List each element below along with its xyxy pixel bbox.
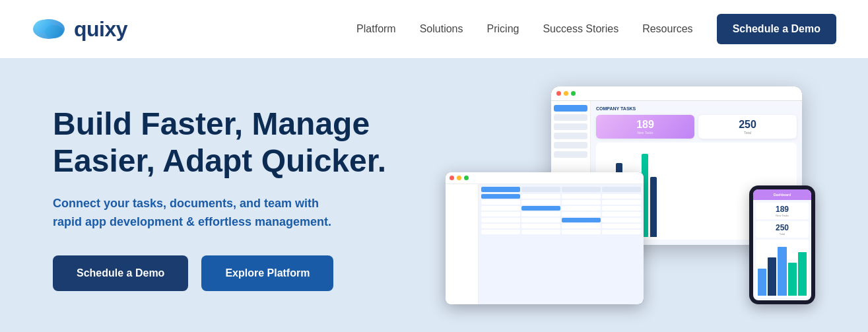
table-row-6 bbox=[481, 224, 641, 228]
cell-1-4 bbox=[602, 194, 641, 199]
tablet-mockup bbox=[446, 172, 644, 304]
sidebar-mock-item-6 bbox=[554, 151, 587, 158]
cell-1-1 bbox=[481, 194, 520, 199]
stat-2-number: 250 bbox=[739, 119, 756, 131]
bar-7 bbox=[650, 177, 657, 236]
svg-point-2 bbox=[45, 25, 63, 38]
dot-red bbox=[556, 91, 561, 96]
col-header-2 bbox=[521, 187, 560, 192]
tablet-topbar bbox=[446, 172, 644, 184]
logo-text: quixy bbox=[74, 17, 127, 42]
hero-visual: COMPANY TASKS 189 New Tasks 250 Total bbox=[446, 86, 815, 311]
table-row-3 bbox=[481, 206, 641, 211]
table-header bbox=[481, 187, 641, 192]
sidebar-mock-item-4 bbox=[554, 133, 587, 139]
stat-1-label: New Tasks bbox=[637, 131, 653, 135]
col-header-4 bbox=[602, 187, 641, 192]
cell-7-3 bbox=[562, 230, 601, 234]
cell-6-1 bbox=[481, 224, 520, 228]
cell-2-2 bbox=[521, 200, 560, 205]
phone-mockup: Dashboard 189 New Tasks 250 Total bbox=[749, 185, 815, 304]
phone-bar-2 bbox=[768, 257, 776, 295]
nav-success-stories[interactable]: Success Stories bbox=[543, 23, 618, 35]
cell-2-1 bbox=[481, 200, 520, 205]
cell-5-3 bbox=[562, 218, 601, 222]
stat-1-number: 189 bbox=[636, 119, 654, 131]
table-row-5 bbox=[481, 218, 641, 222]
nav-pricing[interactable]: Pricing bbox=[487, 23, 519, 35]
cell-6-4 bbox=[602, 224, 641, 228]
nav-resources[interactable]: Resources bbox=[642, 23, 692, 35]
tablet-dot-red bbox=[450, 176, 454, 180]
cell-3-3 bbox=[562, 206, 601, 211]
cell-3-2 bbox=[521, 206, 560, 211]
table-row-2 bbox=[481, 200, 641, 205]
navbar: quixy Platform Solutions Pricing Success… bbox=[0, 0, 868, 58]
dot-green bbox=[571, 91, 576, 96]
cell-7-4 bbox=[602, 230, 641, 234]
cell-1-2 bbox=[521, 194, 560, 199]
phone-stat-2-number: 250 bbox=[758, 223, 807, 232]
hero-explore-platform-button[interactable]: Explore Platform bbox=[201, 255, 333, 291]
tablet-content bbox=[479, 184, 644, 304]
phone-screen: Dashboard 189 New Tasks 250 Total bbox=[753, 189, 811, 300]
cell-2-3 bbox=[562, 200, 601, 205]
phone-chart bbox=[756, 240, 809, 298]
cell-1-3 bbox=[562, 194, 601, 199]
tablet-sidebar bbox=[446, 184, 479, 304]
hero-schedule-demo-button[interactable]: Schedule a Demo bbox=[53, 255, 188, 291]
cell-4-3 bbox=[562, 212, 601, 216]
table-row-1 bbox=[481, 194, 641, 199]
sidebar-mock-item-3 bbox=[554, 123, 587, 130]
sidebar-mock-item-1 bbox=[554, 105, 587, 112]
table-row-7 bbox=[481, 230, 641, 234]
phone-stat-2: 250 Total bbox=[756, 221, 809, 238]
hero-section: Build Faster, Manage Easier, Adapt Quick… bbox=[0, 58, 868, 332]
stat-2-label: Total bbox=[744, 131, 751, 135]
cell-6-3 bbox=[562, 224, 601, 228]
col-header-1 bbox=[481, 187, 520, 192]
tablet-body bbox=[446, 184, 644, 304]
sidebar-mock-item-5 bbox=[554, 142, 587, 149]
cell-5-2 bbox=[521, 218, 560, 222]
hero-content: Build Faster, Manage Easier, Adapt Quick… bbox=[53, 106, 422, 290]
quixy-logo-icon bbox=[32, 17, 66, 42]
dot-yellow bbox=[564, 91, 568, 96]
phone-topbar: Dashboard bbox=[753, 189, 811, 200]
cell-3-1 bbox=[481, 206, 520, 211]
tablet-dot-green bbox=[464, 176, 469, 180]
cell-5-1 bbox=[481, 218, 520, 222]
table-row-4 bbox=[481, 212, 641, 216]
phone-bar-5 bbox=[798, 252, 807, 296]
hero-title: Build Faster, Manage Easier, Adapt Quick… bbox=[53, 106, 422, 178]
stat-card-1: 189 New Tasks bbox=[596, 115, 694, 139]
stat-card-2: 250 Total bbox=[698, 115, 797, 139]
phone-bar-4 bbox=[788, 263, 797, 295]
phone-stat-1: 189 New Tasks bbox=[756, 203, 809, 219]
phone-stat-2-label: Total bbox=[758, 232, 807, 236]
cell-4-2 bbox=[521, 212, 560, 216]
phone-bar-1 bbox=[758, 269, 766, 296]
cell-2-4 bbox=[602, 200, 641, 205]
mockup-content-header: COMPANY TASKS bbox=[596, 106, 797, 111]
cell-6-2 bbox=[521, 224, 560, 228]
nav-platform[interactable]: Platform bbox=[356, 23, 396, 35]
hero-buttons: Schedule a Demo Explore Platform bbox=[53, 255, 422, 291]
cell-4-1 bbox=[481, 212, 520, 216]
nav-solutions[interactable]: Solutions bbox=[420, 23, 463, 35]
cell-4-4 bbox=[602, 212, 641, 216]
nav-schedule-demo-button[interactable]: Schedule a Demo bbox=[717, 14, 836, 44]
hero-subtitle: Connect your tasks, documents, and team … bbox=[53, 195, 343, 232]
phone-body: 189 New Tasks 250 Total bbox=[753, 200, 811, 300]
cell-5-4 bbox=[602, 218, 641, 222]
cell-7-2 bbox=[521, 230, 560, 234]
cell-7-1 bbox=[481, 230, 520, 234]
nav-links: Platform Solutions Pricing Success Stori… bbox=[356, 14, 836, 44]
phone-stat-1-number: 189 bbox=[758, 205, 807, 214]
phone-title: Dashboard bbox=[774, 193, 791, 197]
tablet-dot-yellow bbox=[457, 176, 461, 180]
phone-bar-3 bbox=[778, 247, 786, 296]
stat-cards-row: 189 New Tasks 250 Total bbox=[596, 115, 797, 139]
logo[interactable]: quixy bbox=[32, 17, 127, 42]
cell-3-4 bbox=[602, 206, 641, 211]
